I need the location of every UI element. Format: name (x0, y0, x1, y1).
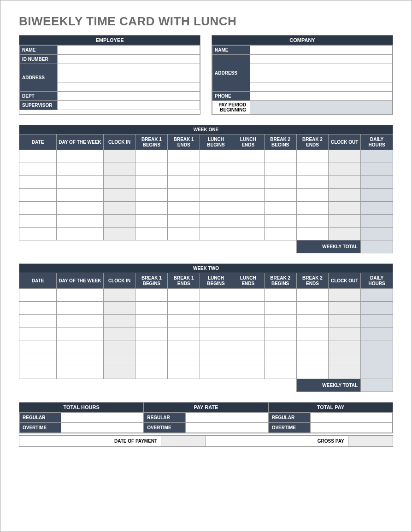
pay-period-label: PAY PERIOD BEGINNING (212, 101, 250, 114)
table-row (19, 189, 393, 202)
employee-id-field[interactable] (58, 55, 200, 64)
week-two-total-value[interactable] (361, 379, 393, 392)
col-le: LUNCH ENDS (232, 134, 264, 150)
company-name-field[interactable] (250, 46, 393, 55)
total-hours-table: REGULAR OVERTIME (19, 412, 143, 433)
pay-regular-label: REGULAR (269, 413, 310, 423)
company-addr4-field[interactable] (250, 82, 393, 92)
total-pay-box: TOTAL PAY REGULAR OVERTIME (269, 402, 393, 433)
col-b1b: BREAK 1 BEGINS (135, 273, 168, 289)
col-date: DATE (19, 134, 57, 150)
company-name-label: NAME (212, 46, 250, 55)
hours-regular-field[interactable] (61, 413, 143, 423)
pay-overtime-field[interactable] (310, 423, 392, 433)
company-phone-field[interactable] (250, 92, 393, 101)
hours-overtime-label: OVERTIME (20, 423, 61, 433)
col-lb: LUNCH BEGINS (200, 134, 232, 150)
total-pay-table: REGULAR OVERTIME (269, 412, 393, 433)
rate-regular-field[interactable] (186, 413, 268, 423)
week-one-title: WEEK ONE (19, 125, 393, 134)
company-addr3-field[interactable] (250, 73, 393, 82)
pay-rate-table: REGULAR OVERTIME (144, 412, 268, 433)
table-row (19, 289, 393, 302)
company-box: COMPANY NAME ADDRESS PHONE PAY (212, 35, 393, 115)
col-daily: DAILY HOURS (361, 134, 393, 150)
week-two-total-label: WEEKLY TOTAL (296, 379, 361, 392)
employee-box: EMPLOYEE NAME ID NUMBER ADDRESS DEPT (19, 35, 200, 115)
date-of-payment-label: DATE OF PAYMENT (19, 436, 161, 447)
col-dow: DAY OF THE WEEK (57, 273, 103, 289)
employee-dept-field[interactable] (58, 92, 200, 101)
week-one-total-label: WEEKLY TOTAL (296, 240, 361, 253)
table-row (19, 215, 393, 228)
rate-overtime-label: OVERTIME (144, 423, 186, 433)
week-one-body: WEEKLY TOTAL (19, 150, 393, 253)
week-one-block: WEEK ONE DATE DAY OF THE WEEK CLOCK IN B… (19, 125, 393, 253)
col-b2b: BREAK 2 BEGINS (264, 273, 296, 289)
table-row (19, 353, 393, 366)
employee-supervisor-label: SUPERVISOR (20, 101, 58, 110)
week-two-title: WEEK TWO (19, 264, 393, 273)
company-table: NAME ADDRESS PHONE PAY PERIOD BEGINNING (212, 45, 393, 114)
col-b1e: BREAK 1 ENDS (168, 273, 200, 289)
company-addr2-field[interactable] (250, 64, 393, 73)
col-lb: LUNCH BEGINS (200, 273, 232, 289)
pay-period-field[interactable] (250, 101, 393, 114)
gross-pay-field[interactable] (348, 436, 393, 447)
col-b2e: BREAK 2 ENDS (296, 134, 329, 150)
col-daily: DAILY HOURS (361, 273, 393, 289)
col-dow: DAY OF THE WEEK (57, 134, 103, 150)
col-clock-in: CLOCK IN (103, 273, 135, 289)
employee-dept-label: DEPT (20, 92, 58, 101)
employee-supervisor-field[interactable] (58, 101, 200, 110)
col-clock-out: CLOCK OUT (329, 134, 361, 150)
week-two-total-row: WEEKLY TOTAL (19, 379, 393, 392)
total-pay-header: TOTAL PAY (269, 403, 393, 412)
table-row (19, 366, 393, 379)
col-b2b: BREAK 2 BEGINS (264, 134, 296, 150)
table-row (19, 315, 393, 327)
col-clock-in: CLOCK IN (103, 134, 135, 150)
rate-overtime-field[interactable] (186, 423, 268, 433)
col-clock-out: CLOCK OUT (329, 273, 361, 289)
employee-header: EMPLOYEE (19, 35, 200, 45)
footer-table: DATE OF PAYMENT GROSS PAY (19, 435, 393, 447)
table-row (19, 302, 393, 315)
total-hours-box: TOTAL HOURS REGULAR OVERTIME (19, 402, 144, 433)
employee-addr3-field[interactable] (58, 82, 200, 92)
pay-overtime-label: OVERTIME (269, 423, 310, 433)
week-two-block: WEEK TWO DATE DAY OF THE WEEK CLOCK IN B… (19, 263, 393, 392)
pay-rate-box: PAY RATE REGULAR OVERTIME (144, 402, 268, 433)
col-b2e: BREAK 2 ENDS (296, 273, 329, 289)
company-address-label: ADDRESS (212, 55, 250, 92)
rate-regular-label: REGULAR (144, 413, 186, 423)
table-row (19, 202, 393, 215)
employee-name-field[interactable] (58, 46, 200, 55)
table-row (19, 340, 393, 353)
page-title: BIWEEKLY TIME CARD WITH LUNCH (19, 14, 393, 29)
employee-addr1-field[interactable] (58, 64, 200, 73)
date-of-payment-field[interactable] (161, 436, 206, 447)
employee-name-label: NAME (20, 46, 58, 55)
employee-table: NAME ID NUMBER ADDRESS DEPT (19, 45, 200, 110)
table-row (19, 150, 393, 163)
week-one-total-row: WEEKLY TOTAL (19, 240, 393, 253)
week-two-table: WEEK TWO DATE DAY OF THE WEEK CLOCK IN B… (19, 263, 393, 392)
table-row (19, 163, 393, 176)
company-addr1-field[interactable] (250, 55, 393, 64)
week-one-table: WEEK ONE DATE DAY OF THE WEEK CLOCK IN B… (19, 125, 393, 253)
col-b1b: BREAK 1 BEGINS (135, 134, 168, 150)
pay-rate-header: PAY RATE (144, 403, 268, 412)
total-hours-header: TOTAL HOURS (19, 403, 143, 412)
table-row (19, 228, 393, 240)
pay-regular-field[interactable] (310, 413, 392, 423)
week-one-total-value[interactable] (361, 240, 393, 253)
col-le: LUNCH ENDS (232, 273, 264, 289)
summary-row: TOTAL HOURS REGULAR OVERTIME PAY RATE RE… (19, 402, 393, 433)
employee-address-label: ADDRESS (20, 64, 58, 92)
employee-addr2-field[interactable] (58, 73, 200, 82)
hours-regular-label: REGULAR (20, 413, 61, 423)
employee-id-label: ID NUMBER (20, 55, 58, 64)
hours-overtime-field[interactable] (61, 423, 143, 433)
table-row (19, 176, 393, 189)
